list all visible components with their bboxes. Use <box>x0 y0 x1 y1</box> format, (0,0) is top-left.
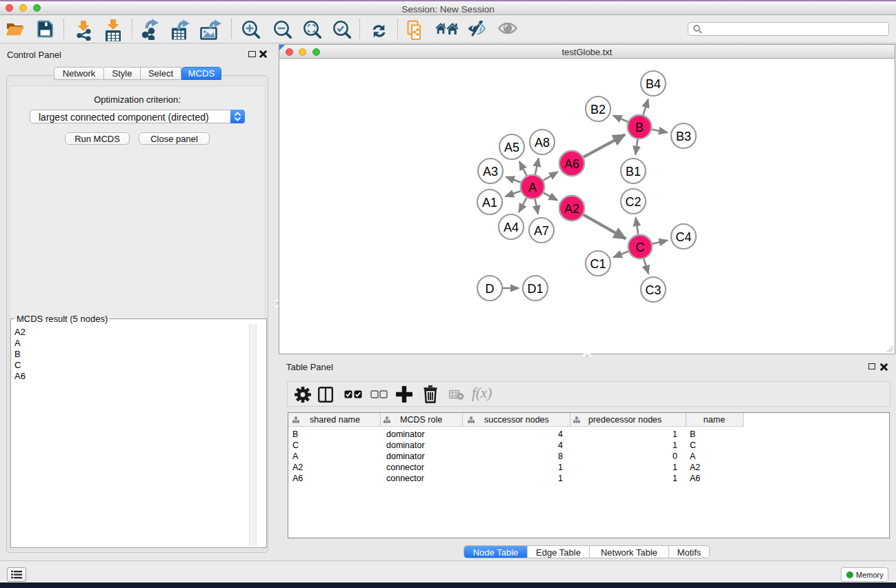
svg-text:A4: A4 <box>504 221 519 234</box>
svg-text:C4: C4 <box>675 230 691 244</box>
svg-text:C3: C3 <box>645 283 661 297</box>
svg-text:A3: A3 <box>483 165 498 179</box>
svg-text:A5: A5 <box>504 141 519 154</box>
svg-text:A2: A2 <box>564 202 579 216</box>
svg-text:C: C <box>636 241 645 254</box>
svg-text:A6: A6 <box>564 157 579 171</box>
svg-text:B2: B2 <box>590 103 606 116</box>
svg-text:C1: C1 <box>590 257 606 271</box>
svg-text:A1: A1 <box>482 196 497 210</box>
svg-text:B1: B1 <box>626 165 641 179</box>
svg-text:D1: D1 <box>527 282 543 296</box>
svg-text:B4: B4 <box>646 77 661 91</box>
svg-text:B3: B3 <box>676 130 691 143</box>
svg-text:D: D <box>486 282 495 296</box>
svg-text:A: A <box>528 181 537 194</box>
svg-text:A7: A7 <box>534 224 549 238</box>
svg-text:B: B <box>635 121 644 134</box>
svg-text:C2: C2 <box>625 195 641 209</box>
svg-text:A8: A8 <box>535 136 550 150</box>
